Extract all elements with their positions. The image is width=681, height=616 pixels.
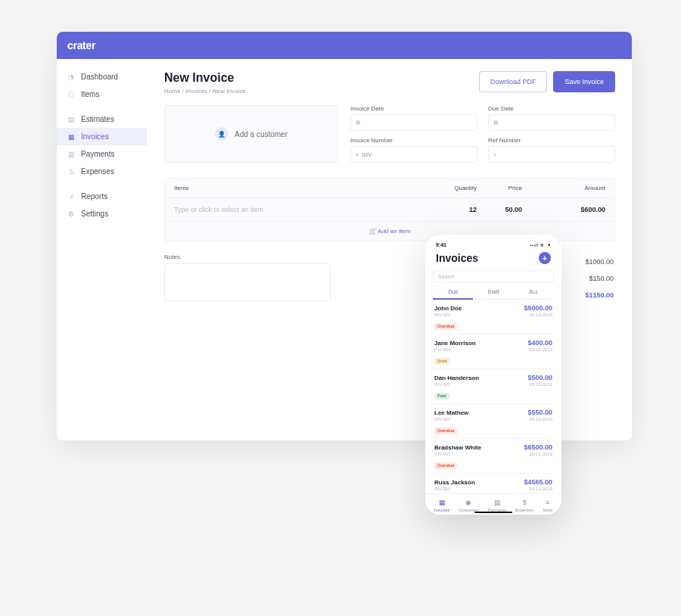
hash-icon: # bbox=[356, 152, 359, 157]
invoice-customer-name: Jane Morrison bbox=[434, 340, 476, 347]
invoice-amount: $550.00 bbox=[527, 409, 552, 416]
calendar-icon: ▦ bbox=[493, 120, 499, 126]
sidebar-item-items[interactable]: ⬡Items bbox=[57, 86, 147, 103]
sidebar-item-settings[interactable]: ⚙Settings bbox=[57, 205, 147, 222]
estimates-icon: ▤ bbox=[67, 116, 75, 123]
nav-expenses[interactable]: $Expenses bbox=[515, 499, 533, 512]
item-select-input[interactable]: Type or click to select an item bbox=[174, 206, 431, 213]
invoice-list-item[interactable]: Dan Handerson$500.00 INV-00120-12-2019 P… bbox=[433, 369, 554, 404]
sidebar-item-dashboard[interactable]: ◔Dashboard bbox=[57, 68, 147, 86]
invoice-date-input[interactable]: ▦ bbox=[350, 114, 477, 131]
invoice-list-item[interactable]: Jane Morrison$400.00 INV-00120-12-2019 D… bbox=[433, 334, 554, 369]
invoice-list-item[interactable]: Bradshaw White$6500.00 INV-00120-12-2019… bbox=[433, 439, 554, 474]
invoice-number: INV-001 bbox=[434, 382, 451, 387]
sidebar-item-label: Payments bbox=[81, 150, 114, 158]
ref-number-label: Ref Number bbox=[488, 137, 615, 144]
invoice-amount: $400.00 bbox=[527, 339, 552, 347]
status-badge: Overdue bbox=[434, 462, 457, 469]
item-qty-value: 12 bbox=[431, 206, 477, 213]
sidebar-item-invoices[interactable]: ▦Invoices bbox=[57, 128, 147, 145]
invoices-icon: ▦ bbox=[439, 499, 446, 506]
expenses-icon: $ bbox=[523, 499, 527, 506]
sidebar-item-label: Items bbox=[81, 90, 99, 98]
nav-customers[interactable]: ◉Customers bbox=[459, 499, 479, 512]
invoice-date-label: Invoice Date bbox=[350, 105, 477, 112]
invoice-date: 20-12-2019 bbox=[529, 313, 552, 317]
tab-draft[interactable]: Draft bbox=[473, 285, 513, 299]
download-pdf-button[interactable]: Download PDF bbox=[479, 71, 548, 92]
invoice-number-input[interactable]: #INV- bbox=[350, 146, 477, 163]
invoice-number: INV-001 bbox=[434, 347, 451, 352]
invoice-date: 20-12-2019 bbox=[529, 487, 552, 491]
items-icon: ⬡ bbox=[67, 91, 75, 98]
invoice-amount: $4565.00 bbox=[524, 478, 552, 486]
invoice-list-item[interactable]: John Doe$5000.00 INV-00120-12-2019 Overd… bbox=[433, 300, 554, 334]
invoice-amount: $500.00 bbox=[527, 374, 552, 381]
breadcrumb[interactable]: Home / Invoices / New Invoice bbox=[164, 88, 246, 95]
nav-payments[interactable]: ▤Payments bbox=[488, 499, 506, 512]
more-icon: ≡ bbox=[546, 499, 549, 506]
logo: crater bbox=[67, 39, 95, 51]
col-header-items: Items bbox=[174, 185, 431, 191]
invoice-customer-name: Bradshaw White bbox=[434, 444, 481, 451]
sidebar-item-label: Invoices bbox=[81, 132, 109, 141]
add-invoice-button[interactable]: + bbox=[539, 252, 551, 264]
payments-icon: ▤ bbox=[494, 499, 501, 506]
status-badge: Draft bbox=[434, 358, 450, 365]
add-customer-button[interactable]: 👤 Add a customer bbox=[164, 105, 338, 163]
tab-due[interactable]: Due bbox=[433, 285, 473, 300]
item-price-value: 50.00 bbox=[477, 206, 522, 213]
cart-icon: 🛒 bbox=[369, 228, 377, 235]
invoice-customer-name: Dan Handerson bbox=[434, 375, 479, 381]
sidebar-item-estimates[interactable]: ▤Estimates bbox=[57, 110, 147, 128]
settings-icon: ⚙ bbox=[67, 210, 75, 218]
invoice-date: 20-12-2019 bbox=[529, 452, 552, 456]
col-header-price: Price bbox=[477, 185, 522, 191]
sidebar-item-reports[interactable]: ⫽Reports bbox=[57, 188, 147, 205]
status-badge: Paid bbox=[434, 393, 449, 400]
invoice-date: 20-12-2019 bbox=[529, 382, 552, 387]
calendar-icon: ▦ bbox=[356, 120, 361, 126]
invoice-number-value: INV- bbox=[362, 151, 374, 158]
user-icon: 👤 bbox=[215, 127, 229, 141]
invoice-number: INV-001 bbox=[434, 417, 451, 422]
item-row[interactable]: Type or click to select an item 12 50.00… bbox=[165, 198, 614, 221]
invoice-amount: $5000.00 bbox=[524, 304, 552, 312]
due-date-input[interactable]: ▦ bbox=[488, 114, 615, 131]
reports-icon: ⫽ bbox=[67, 193, 75, 201]
sidebar-item-payments[interactable]: ▥Payments bbox=[57, 145, 147, 163]
notes-textarea[interactable] bbox=[164, 263, 331, 301]
ref-number-input[interactable]: # bbox=[488, 146, 615, 163]
sidebar-item-label: Expenses bbox=[81, 167, 114, 176]
sidebar-item-label: Reports bbox=[81, 192, 107, 201]
sidebar-item-expenses[interactable]: ♙Expenses bbox=[57, 163, 147, 180]
sidebar-item-label: Dashboard bbox=[81, 73, 118, 81]
invoice-number-label: Invoice Number bbox=[350, 137, 477, 144]
invoice-number: INV-001 bbox=[434, 487, 451, 491]
phone-mockup: 9:41 ••ıl ᯤ ▮ Invoices + Search Due Draf… bbox=[425, 235, 561, 515]
sidebar-item-label: Estimates bbox=[81, 115, 114, 123]
status-badge: Overdue bbox=[434, 323, 457, 330]
nav-more[interactable]: ≡More bbox=[543, 499, 552, 512]
customers-icon: ◉ bbox=[465, 499, 471, 506]
add-customer-label: Add a customer bbox=[235, 130, 288, 138]
expenses-icon: ♙ bbox=[67, 168, 75, 176]
topbar: crater bbox=[57, 32, 632, 59]
invoice-amount: $6500.00 bbox=[524, 443, 552, 451]
sidebar-item-label: Settings bbox=[81, 210, 108, 218]
invoice-customer-name: Lee Mathew bbox=[434, 409, 468, 416]
total-value: $1000.00 bbox=[585, 258, 614, 266]
nav-invoices[interactable]: ▦Invoices bbox=[434, 499, 449, 512]
invoice-number: INV-001 bbox=[434, 313, 451, 317]
notes-label: Notes bbox=[164, 254, 331, 260]
home-indicator bbox=[474, 512, 512, 514]
invoice-customer-name: John Doe bbox=[434, 305, 462, 312]
tab-all[interactable]: ALL bbox=[514, 285, 554, 299]
phone-time: 9:41 bbox=[436, 242, 446, 247]
item-amount-value: $600.00 bbox=[522, 206, 605, 213]
sidebar: ◔Dashboard ⬡Items ▤Estimates ▦Invoices ▥… bbox=[57, 59, 148, 440]
invoice-list-item[interactable]: Lee Mathew$550.00 INV-00120-12-2019 Over… bbox=[433, 404, 554, 439]
status-badge: Overdue bbox=[434, 428, 457, 434]
phone-search-input[interactable]: Search bbox=[433, 270, 554, 282]
save-invoice-button[interactable]: Save Invoice bbox=[553, 71, 615, 92]
